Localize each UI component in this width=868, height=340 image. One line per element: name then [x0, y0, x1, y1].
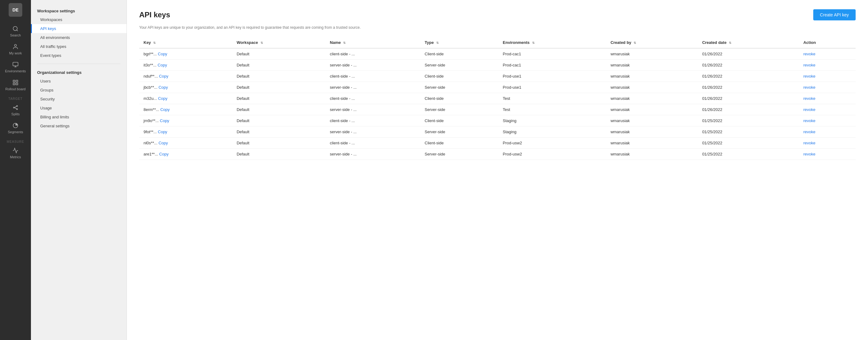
sidebar-item-alltraffictypes[interactable]: All traffic types [31, 42, 126, 51]
copy-key-button[interactable]: Copy [158, 96, 167, 101]
cell-createdby: wmarusiak [606, 93, 698, 104]
key-value: 9fot**... [144, 130, 157, 134]
nav-mywork[interactable]: My work [0, 40, 31, 58]
cell-action: revoke [799, 149, 856, 160]
revoke-button[interactable]: revoke [803, 118, 815, 123]
copy-key-button[interactable]: Copy [158, 63, 167, 67]
col-header-environments[interactable]: Environments ⇅ [498, 37, 606, 48]
sidebar-item-apikeys[interactable]: API keys [31, 24, 126, 33]
cell-key: 9fot**... Copy [139, 127, 232, 138]
cell-workspace: Default [232, 82, 326, 93]
sidebar-item-usage[interactable]: Usage [31, 104, 126, 112]
key-value: bgrl**... [144, 52, 157, 56]
sort-icon-name: ⇅ [343, 41, 345, 44]
cell-name: client-side - ... [326, 138, 421, 149]
svg-point-12 [17, 108, 17, 109]
svg-line-13 [14, 106, 17, 108]
target-label: TARGET [8, 94, 23, 101]
cell-environments: Prod-cac1 [498, 60, 606, 71]
revoke-button[interactable]: revoke [803, 63, 815, 67]
cell-environments: Staging [498, 127, 606, 138]
svg-rect-9 [13, 83, 15, 85]
cell-name: server-side - ... [326, 127, 421, 138]
sidebar-item-security[interactable]: Security [31, 95, 126, 104]
svg-point-11 [17, 105, 17, 106]
key-value: 8erm**... [144, 107, 159, 112]
cell-action: revoke [799, 138, 856, 149]
cell-type: Server-side [421, 82, 499, 93]
copy-key-button[interactable]: Copy [160, 107, 169, 112]
col-header-workspace[interactable]: Workspace ⇅ [232, 37, 326, 48]
icon-bar: DE Search My work Environments Rollout b… [0, 0, 31, 340]
sidebar-item-workspaces[interactable]: Workspaces [31, 15, 126, 24]
sort-icon-createddate: ⇅ [729, 41, 731, 44]
col-header-name[interactable]: Name ⇅ [326, 37, 421, 48]
organizational-settings-header: Organizational settings [31, 68, 126, 77]
sidebar: Workspace settings Workspaces API keys A… [31, 0, 127, 340]
revoke-button[interactable]: revoke [803, 52, 815, 56]
nav-search[interactable]: Search [0, 22, 31, 40]
cell-name: server-side - ... [326, 104, 421, 115]
revoke-button[interactable]: revoke [803, 152, 815, 157]
copy-key-button[interactable]: Copy [159, 74, 168, 78]
nav-segments[interactable]: Segments [0, 119, 31, 137]
cell-environments: Test [498, 104, 606, 115]
cell-environments: Prod-usw2 [498, 149, 606, 160]
cell-createdby: wmarusiak [606, 71, 698, 82]
cell-environments: Prod-use1 [498, 71, 606, 82]
copy-key-button[interactable]: Copy [159, 152, 168, 157]
col-header-createdby[interactable]: Created by ⇅ [606, 37, 698, 48]
metrics-icon [12, 147, 19, 154]
create-api-key-button[interactable]: Create API key [813, 9, 856, 21]
col-header-key[interactable]: Key ⇅ [139, 37, 232, 48]
copy-key-button[interactable]: Copy [158, 85, 168, 90]
table-row: are1**... Copy Default server-side - ...… [139, 149, 856, 160]
sort-icon-key: ⇅ [153, 41, 156, 44]
avatar[interactable]: DE [9, 3, 22, 17]
sidebar-item-eventtypes[interactable]: Event types [31, 51, 126, 60]
segments-icon [12, 122, 19, 129]
revoke-button[interactable]: revoke [803, 141, 815, 145]
col-header-type[interactable]: Type ⇅ [421, 37, 499, 48]
splits-icon [12, 104, 19, 111]
person-icon [12, 43, 19, 50]
copy-key-button[interactable]: Copy [160, 118, 169, 123]
sidebar-item-users[interactable]: Users [31, 77, 126, 86]
cell-key: nl0s**... Copy [139, 138, 232, 149]
table-row: it3o**... Copy Default server-side - ...… [139, 60, 856, 71]
table-row: nl0s**... Copy Default client-side - ...… [139, 138, 856, 149]
copy-key-button[interactable]: Copy [158, 130, 167, 134]
table-row: m32u... Copy Default client-side - ... C… [139, 93, 856, 104]
revoke-button[interactable]: revoke [803, 85, 815, 90]
svg-rect-7 [16, 80, 18, 82]
key-value: it3o**... [144, 63, 157, 67]
cell-action: revoke [799, 127, 856, 138]
cell-workspace: Default [232, 138, 326, 149]
main-content: API keys Create API key Your API keys ar… [127, 0, 868, 340]
nav-splits[interactable]: Splits [0, 101, 31, 119]
cell-type: Client-side [421, 48, 499, 60]
copy-key-button[interactable]: Copy [158, 141, 168, 145]
key-value: m32u... [144, 96, 157, 101]
sidebar-item-allenvironments[interactable]: All environments [31, 33, 126, 42]
nav-rolloutboard[interactable]: Rollout board [0, 76, 31, 94]
cell-environments: Test [498, 93, 606, 104]
revoke-button[interactable]: revoke [803, 96, 815, 101]
cell-workspace: Default [232, 71, 326, 82]
cell-createddate: 01/26/2022 [698, 71, 799, 82]
cell-createdby: wmarusiak [606, 149, 698, 160]
revoke-button[interactable]: revoke [803, 107, 815, 112]
nav-metrics[interactable]: Metrics [0, 144, 31, 162]
nav-environments[interactable]: Environments [0, 58, 31, 76]
sidebar-item-generalsettings[interactable]: General settings [31, 122, 126, 130]
revoke-button[interactable]: revoke [803, 74, 815, 78]
copy-key-button[interactable]: Copy [158, 52, 167, 56]
sidebar-item-billinglimits[interactable]: Billing and limits [31, 112, 126, 122]
cell-name: client-side - ... [326, 48, 421, 60]
key-value: nl0s**... [144, 141, 157, 145]
col-header-createddate[interactable]: Created date ⇅ [698, 37, 799, 48]
cell-createddate: 01/25/2022 [698, 115, 799, 127]
revoke-button[interactable]: revoke [803, 130, 815, 134]
svg-point-2 [14, 44, 17, 47]
sidebar-item-groups[interactable]: Groups [31, 86, 126, 95]
